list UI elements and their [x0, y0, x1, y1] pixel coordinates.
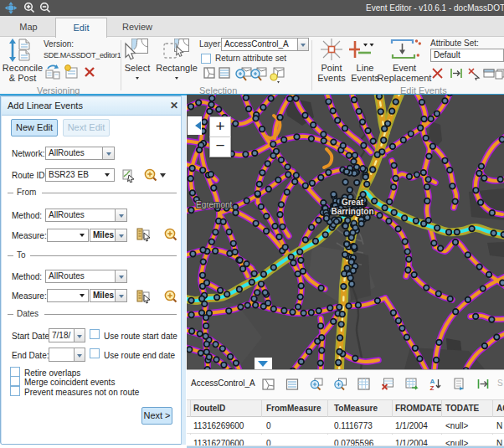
- svg-text:Egremont: Egremont: [196, 200, 233, 209]
- svg-text:Great: Great: [342, 198, 364, 207]
- svg-text:Barrington: Barrington: [331, 207, 373, 216]
- svg-text:Z: Z: [430, 384, 435, 392]
